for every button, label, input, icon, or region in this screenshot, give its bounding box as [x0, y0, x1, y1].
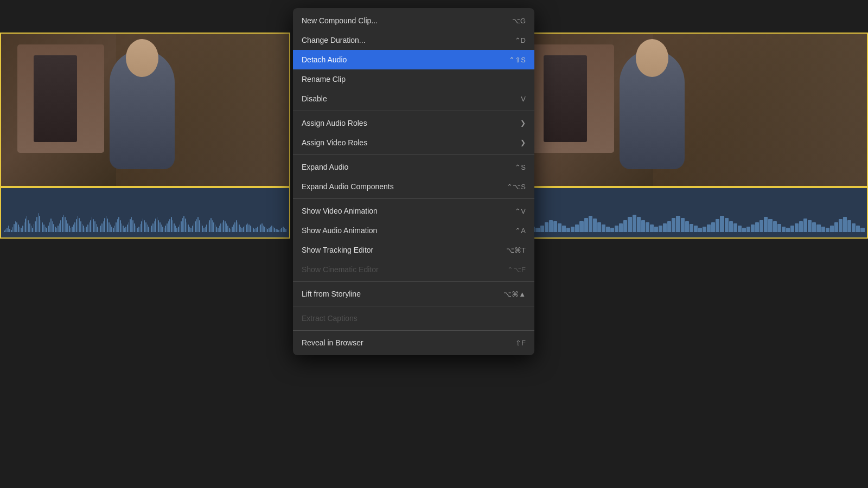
menu-shortcut-show-audio-animation: ⌃A — [515, 227, 526, 235]
video-content-left — [1, 34, 289, 186]
submenu-arrow-assign-video-roles: ❯ — [520, 139, 526, 146]
menu-shortcut-expand-audio: ⌃S — [515, 163, 526, 171]
clip-video-left[interactable] — [0, 33, 290, 187]
clip-video-right[interactable] — [510, 33, 868, 187]
menu-shortcut-lift-from-storyline: ⌥⌘▲ — [503, 290, 526, 298]
menu-label-rename-clip: Rename Clip — [302, 75, 346, 84]
menu-label-change-duration: Change Duration... — [302, 36, 366, 44]
menu-label-show-audio-animation: Show Audio Animation — [302, 226, 377, 235]
clip-audio-left[interactable]: // Generate waveform bars inline (functi… — [0, 187, 290, 239]
menu-separator-13 — [293, 306, 534, 306]
menu-label-new-compound-clip: New Compound Clip... — [302, 16, 378, 25]
menu-separator-4 — [293, 111, 534, 111]
menu-shortcut-show-cinematic-editor: ⌃⌥F — [507, 266, 526, 274]
menu-item-lift-from-storyline[interactable]: Lift from Storyline⌥⌘▲ — [293, 284, 534, 304]
menu-separator-8 — [293, 198, 534, 199]
menu-item-reveal-in-browser[interactable]: Reveal in Browser⇧F — [293, 333, 534, 352]
menu-shortcut-show-video-animation: ⌃V — [515, 207, 526, 215]
clip-audio-right[interactable] — [510, 187, 868, 239]
menu-shortcut-new-compound-clip: ⌥G — [512, 17, 526, 25]
menu-item-change-duration[interactable]: Change Duration...⌃D — [293, 30, 534, 50]
menu-item-extract-captions: Extract Captions — [293, 309, 534, 328]
menu-shortcut-expand-audio-components: ⌃⌥S — [507, 183, 526, 191]
menu-label-expand-audio: Expand Audio — [302, 163, 348, 171]
menu-label-reveal-in-browser: Reveal in Browser — [302, 338, 363, 347]
menu-item-expand-audio[interactable]: Expand Audio⌃S — [293, 157, 534, 177]
menu-label-show-cinematic-editor: Show Cinematic Editor — [302, 265, 379, 274]
menu-shortcut-detach-audio: ⌃⇧S — [509, 56, 526, 64]
menu-separator-14 — [293, 330, 534, 331]
menu-shortcut-reveal-in-browser: ⇧F — [515, 339, 526, 347]
submenu-arrow-assign-audio-roles: ❯ — [520, 119, 526, 127]
menu-item-show-tracking-editor[interactable]: Show Tracking Editor⌥⌘T — [293, 240, 534, 260]
menu-label-lift-from-storyline: Lift from Storyline — [302, 290, 361, 298]
menu-item-assign-audio-roles[interactable]: Assign Audio Roles❯ — [293, 113, 534, 133]
menu-item-new-compound-clip[interactable]: New Compound Clip...⌥G — [293, 11, 534, 30]
menu-label-show-video-animation: Show Video Animation — [302, 207, 378, 215]
menu-item-detach-audio[interactable]: Detach Audio⌃⇧S — [293, 50, 534, 69]
menu-item-disable[interactable]: DisableV — [293, 89, 534, 108]
menu-item-rename-clip[interactable]: Rename Clip — [293, 69, 534, 89]
menu-shortcut-show-tracking-editor: ⌥⌘T — [506, 246, 526, 254]
menu-item-show-video-animation[interactable]: Show Video Animation⌃V — [293, 201, 534, 221]
menu-separator-6 — [293, 155, 534, 155]
audio-waveform-left: // Generate waveform bars inline (functi… — [4, 200, 286, 232]
menu-item-assign-video-roles[interactable]: Assign Video Roles❯ — [293, 133, 534, 152]
menu-label-expand-audio-components: Expand Audio Components — [302, 182, 394, 191]
video-content-right — [511, 34, 867, 186]
menu-item-show-audio-animation[interactable]: Show Audio Animation⌃A — [293, 221, 534, 240]
audio-waveform-right — [514, 200, 864, 232]
menu-label-extract-captions: Extract Captions — [302, 314, 358, 323]
menu-separator-12 — [293, 281, 534, 282]
menu-label-assign-video-roles: Assign Video Roles — [302, 138, 367, 147]
menu-label-assign-audio-roles: Assign Audio Roles — [302, 119, 367, 127]
menu-label-disable: Disable — [302, 94, 327, 103]
menu-item-show-cinematic-editor: Show Cinematic Editor⌃⌥F — [293, 260, 534, 279]
menu-shortcut-disable: V — [521, 95, 526, 103]
menu-item-expand-audio-components[interactable]: Expand Audio Components⌃⌥S — [293, 177, 534, 196]
menu-label-detach-audio: Detach Audio — [302, 55, 347, 64]
menu-label-show-tracking-editor: Show Tracking Editor — [302, 246, 373, 254]
menu-shortcut-change-duration: ⌃D — [515, 36, 526, 44]
context-menu: New Compound Clip...⌥GChange Duration...… — [293, 8, 534, 355]
